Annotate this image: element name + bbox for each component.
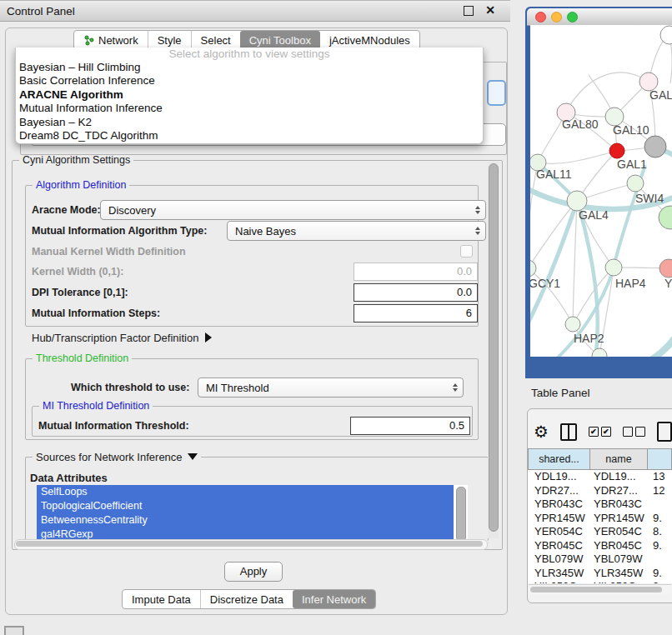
tab-impute-data[interactable]: Impute Data	[123, 590, 200, 608]
algorithm-dropdown-popup: Select algorithm to view settings Bayesi…	[15, 48, 484, 144]
apply-button[interactable]: Apply	[224, 562, 283, 582]
table-cell: YPR145W	[528, 512, 590, 526]
network-window-titlebar[interactable]	[527, 8, 672, 26]
network-node[interactable]	[609, 143, 624, 158]
select-all-checkboxes-icon[interactable]: ✔✔	[589, 427, 611, 437]
table-cell: YER054C	[590, 525, 648, 539]
dpi-tolerance-field[interactable]: 0.0	[354, 283, 478, 302]
mi-algorithm-type-combo[interactable]: Naive Bayes	[227, 221, 486, 241]
network-node[interactable]	[605, 259, 622, 276]
algorithm-dropdown-item[interactable]: Bayesian – Hill Climbing	[16, 61, 483, 74]
tab-style-label: Style	[158, 34, 182, 47]
tab-cyni-toolbox[interactable]: Cyni Toolbox	[240, 31, 320, 49]
cyni-algorithm-settings-title: Cyni Algorithm Settings	[19, 154, 133, 166]
data-attribute-item[interactable]: TopologicalCoefficient	[37, 499, 454, 513]
deselect-all-checkboxes-icon[interactable]	[623, 427, 645, 437]
control-panel-titlebar: Control Panel ✕	[0, 0, 510, 22]
zoom-traffic-light[interactable]	[567, 12, 578, 22]
table-row[interactable]: YDR27...YDR27...12	[528, 484, 672, 498]
settings-horizontal-scrollbar[interactable]	[14, 539, 488, 550]
network-node[interactable]	[627, 175, 644, 192]
settings-vertical-scrollbar[interactable]	[488, 162, 499, 538]
mi-algorithm-type-label: Mutual Information Algorithm Type:	[32, 225, 207, 237]
table-cell: YIL052C	[528, 580, 590, 583]
scrollbar-thumb[interactable]	[16, 541, 483, 547]
mi-threshold-field[interactable]: 0.5	[350, 417, 470, 435]
network-node[interactable]	[565, 317, 580, 332]
table-row[interactable]: YLR345WYLR345W9.	[528, 567, 672, 581]
minimize-traffic-light[interactable]	[551, 12, 562, 22]
tab-select[interactable]: Select	[191, 31, 240, 49]
hub-section-toggle[interactable]: Hub/Transcription Factor Definition	[32, 332, 212, 344]
network-node[interactable]	[660, 26, 672, 44]
table-horizontal-scrollbar[interactable]	[529, 584, 671, 594]
algorithm-dropdown-item[interactable]: Dream8 DC_TDC Algorithm	[16, 129, 483, 142]
table-row[interactable]: YBR045CYBR045C9.	[528, 539, 672, 553]
tab-infer-network[interactable]: Infer Network	[293, 590, 375, 608]
tab-discretize-data[interactable]: Discretize Data	[200, 590, 293, 608]
algorithm-definition-title: Algorithm Definition	[33, 179, 129, 191]
table-row[interactable]: YER054CYER054C8.	[528, 525, 672, 539]
tab-jactivemnodules[interactable]: jActiveMNodules	[320, 31, 419, 49]
manual-kernel-checkbox[interactable]	[460, 245, 473, 258]
scrollbar-thumb[interactable]	[489, 163, 499, 532]
table-cell: YDR27...	[590, 484, 648, 498]
mi-algorithm-type-value: Naive Bayes	[235, 225, 296, 238]
data-attribute-item[interactable]: SelfLoops	[37, 485, 454, 499]
tab-infer-network-label: Infer Network	[302, 593, 366, 606]
tab-cyni-toolbox-label: Cyni Toolbox	[249, 34, 311, 47]
column-header-shared-name[interactable]: shared...	[528, 448, 590, 470]
network-node[interactable]	[659, 206, 672, 229]
sources-group-title[interactable]: Sources for Network Inference	[33, 451, 201, 463]
column-header-partial[interactable]	[648, 448, 672, 470]
table-row[interactable]: YDL19...YDL19...13	[528, 470, 672, 484]
list-scrollbar[interactable]	[456, 487, 466, 542]
tab-select-label: Select	[201, 34, 231, 47]
network-canvas[interactable]: GAL7GAL80GAL10GAL1GAL11GAL4SWI4GCY1HAP4Y…	[530, 25, 672, 357]
focused-combo-fragment[interactable]	[487, 80, 506, 106]
close-traffic-light[interactable]	[535, 12, 546, 22]
network-node-label: HAP2	[574, 332, 604, 345]
which-threshold-combo[interactable]: MI Threshold	[198, 378, 464, 398]
scrollbar-thumb[interactable]	[530, 587, 662, 592]
table-cell: YLR345W	[590, 567, 648, 581]
table-row[interactable]: YBL079WYBL079W	[528, 552, 672, 567]
column-header-name[interactable]: name	[590, 448, 648, 470]
table-row[interactable]: YBR043CYBR043C	[528, 498, 672, 512]
column-split-icon[interactable]	[560, 423, 577, 441]
gear-icon[interactable]: ⚙	[534, 422, 549, 441]
network-node-label: GAL4	[579, 208, 609, 222]
table-row[interactable]: YPR145WYPR145W9.	[528, 512, 672, 526]
network-node-label: GCY1	[530, 277, 560, 290]
table-cell: YDR27...	[528, 484, 590, 498]
document-icon[interactable]	[657, 422, 672, 442]
sources-group-title-text: Sources for Network Inference	[36, 451, 183, 463]
aracne-mode-label: Aracne Mode:	[32, 204, 101, 216]
table-cell: YBR045C	[528, 539, 590, 553]
spinner-arrows-icon	[475, 222, 480, 240]
table-row[interactable]: YIL052CYIL052C9	[528, 580, 672, 583]
collapsed-panel-grip[interactable]	[4, 626, 24, 635]
dpi-tolerance-label: DPI Tolerance [0,1]:	[32, 287, 128, 298]
algorithm-dropdown-item[interactable]: ARACNE Algorithm	[16, 88, 483, 102]
bottom-tabbar: Impute Data Discretize Data Infer Networ…	[122, 589, 376, 609]
tab-style[interactable]: Style	[148, 31, 191, 49]
network-node[interactable]	[644, 136, 666, 158]
algorithm-dropdown-item[interactable]: Basic Correlation Inference	[16, 74, 483, 88]
table-cell: YBR043C	[590, 498, 648, 512]
aracne-mode-combo[interactable]: Discovery	[100, 200, 486, 220]
tab-network[interactable]: Network	[74, 31, 148, 49]
close-icon[interactable]: ✕	[485, 3, 495, 17]
table-cell: 12	[648, 484, 672, 498]
algorithm-dropdown-item[interactable]: Mutual Information Inference	[16, 102, 483, 115]
data-attributes-label: Data Attributes	[30, 472, 108, 484]
float-window-icon[interactable]	[464, 6, 474, 16]
network-node[interactable]	[592, 348, 607, 357]
network-node[interactable]	[659, 259, 672, 278]
expanded-arrow-icon	[188, 453, 198, 460]
kernel-width-field[interactable]: 0.0	[354, 262, 478, 281]
algorithm-dropdown-item[interactable]: Bayesian – K2	[16, 116, 483, 129]
table-cell: YBR043C	[528, 498, 590, 512]
mi-steps-field[interactable]: 6	[354, 304, 478, 322]
data-attribute-item[interactable]: BetweennessCentrality	[37, 513, 454, 528]
